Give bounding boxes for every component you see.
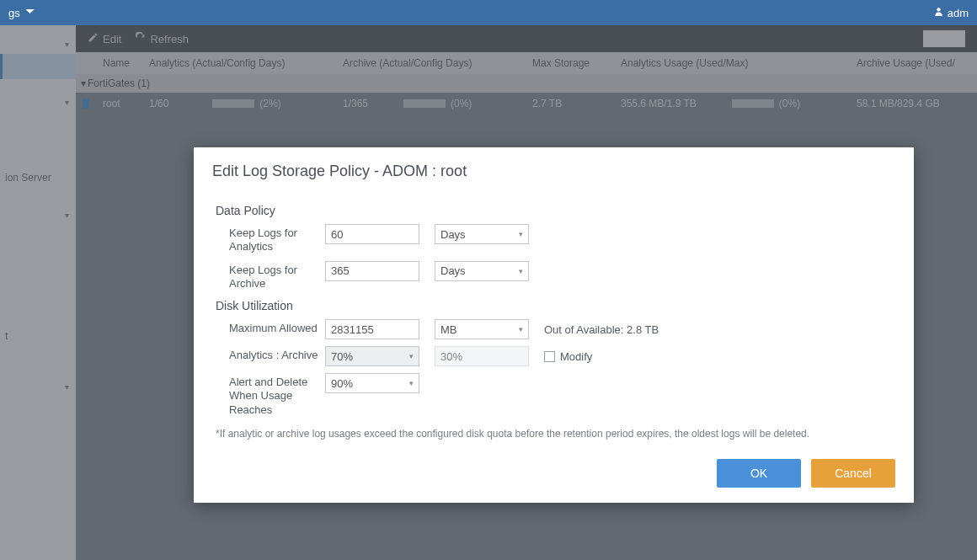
readonly-value: 30% [440,350,462,363]
chevron-down-icon: ▾ [519,267,523,275]
section-disk-utilization: Disk Utilization [216,299,892,312]
modify-checkbox[interactable] [544,351,555,362]
chevron-down-icon: ▾ [519,230,523,238]
top-bar: gs adm [0,0,977,25]
alert-threshold-select[interactable]: 90% ▾ [325,373,419,393]
keep-archive-input[interactable] [325,261,419,281]
keep-analytics-input[interactable] [325,224,419,244]
modal-footer: OK Cancel [194,445,914,503]
topbar-user-label: adm [948,7,969,19]
keep-archive-label: Keep Logs for Archive [216,261,325,291]
edit-log-storage-modal: Edit Log Storage Policy - ADOM : root Da… [194,147,914,503]
ratio-archive-readonly: 30% [435,346,529,366]
keep-analytics-label: Keep Logs for Analytics [216,224,325,254]
ratio-analytics-select[interactable]: 70% ▾ [325,346,419,366]
select-value: Days [440,264,466,277]
max-allowed-unit-select[interactable]: MB ▾ [435,319,529,339]
topbar-menu[interactable]: gs [8,6,35,19]
select-value: 70% [331,350,353,363]
cancel-button-label: Cancel [835,467,872,480]
keep-analytics-unit-select[interactable]: Days ▾ [435,224,529,244]
ratio-label: Analytics : Archive [216,346,325,362]
modal-body: Data Policy Keep Logs for Analytics Days… [194,189,914,445]
select-value: Days [440,228,466,241]
chevron-down-icon: ▾ [409,352,414,360]
keep-archive-unit-select[interactable]: Days ▾ [435,261,529,281]
ok-button-label: OK [750,467,767,480]
out-of-available: Out of Available: 2.8 TB [544,323,659,336]
cancel-button[interactable]: Cancel [811,459,895,488]
row-alert-delete: Alert and Delete When Usage Reaches 90% … [216,373,892,417]
ok-button[interactable]: OK [717,459,801,488]
chevron-down-icon: ▾ [519,325,523,333]
row-keep-analytics: Keep Logs for Analytics Days ▾ [216,224,892,254]
chevron-down-icon [24,6,35,19]
row-keep-archive: Keep Logs for Archive Days ▾ [216,261,892,291]
row-max-allowed: Maximum Allowed MB ▾ Out of Available: 2… [216,319,892,339]
max-allowed-label: Maximum Allowed [216,319,325,335]
topbar-menu-label: gs [8,7,20,19]
footnote: *If analytic or archive log usages excee… [216,427,892,440]
alert-label: Alert and Delete When Usage Reaches [216,373,325,417]
chevron-down-icon: ▾ [409,379,414,387]
row-ratio: Analytics : Archive 70% ▾ 30% Modify [216,346,892,366]
user-icon [933,6,944,19]
modify-label: Modify [560,350,592,363]
topbar-user[interactable]: adm [933,6,969,19]
max-allowed-input[interactable] [325,319,419,339]
section-data-policy: Data Policy [216,204,892,217]
select-value: 90% [331,377,353,390]
svg-point-0 [937,8,940,11]
modal-title: Edit Log Storage Policy - ADOM : root [194,147,914,189]
select-value: MB [440,323,457,336]
